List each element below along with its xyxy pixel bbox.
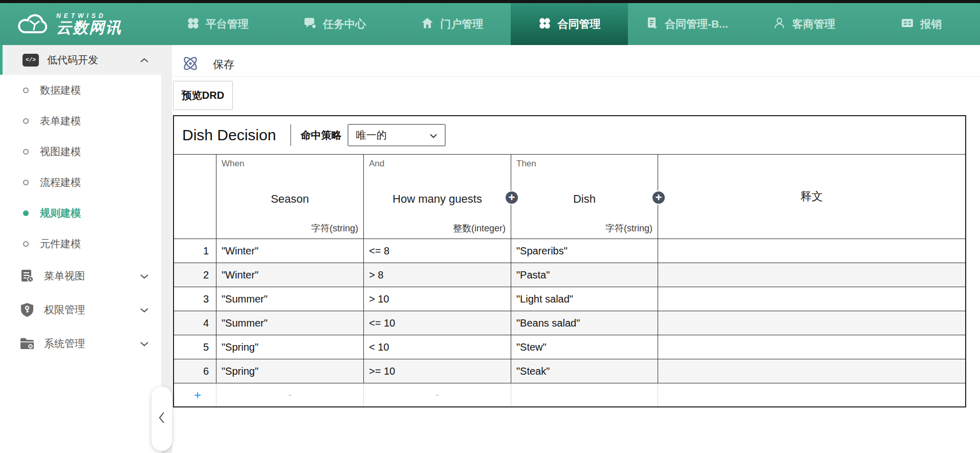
sidebar-group-menu-view[interactable]: 菜单视图: [0, 259, 161, 293]
code-icon: </>: [23, 54, 39, 67]
then-column-header[interactable]: Then Dish 字符(string) +: [511, 155, 658, 239]
guests-cell[interactable]: >= 10: [364, 359, 511, 383]
nav-item-expense[interactable]: 报销: [863, 3, 980, 45]
empty-guests-cell[interactable]: -: [364, 383, 511, 406]
decision-table-column-headers: When Season 字符(string) And How many gues…: [174, 155, 965, 239]
season-cell[interactable]: "Spring": [216, 359, 364, 383]
clover-icon: [186, 16, 200, 32]
annotation-cell[interactable]: [658, 239, 965, 263]
column-name[interactable]: Dish: [511, 192, 658, 206]
guests-cell[interactable]: <= 10: [364, 311, 511, 335]
dish-cell[interactable]: "Stew": [511, 335, 658, 359]
sidebar-group-permission[interactable]: 权限管理: [0, 293, 161, 327]
sidebar-item-data-modeling[interactable]: 数据建模: [0, 75, 161, 105]
season-cell[interactable]: "Winter": [216, 239, 364, 263]
row-number: 6: [174, 359, 216, 383]
sidebar-item-view-modeling[interactable]: 视图建模: [0, 136, 161, 167]
decision-table-title[interactable]: Dish Decision: [182, 126, 276, 144]
sidebar-item-process-modeling[interactable]: 流程建模: [0, 167, 161, 198]
task-bubble-icon: [303, 16, 317, 32]
nav-item-platform[interactable]: 平台管理: [159, 3, 276, 45]
empty-annotation-cell[interactable]: [658, 383, 965, 406]
row-number: 2: [174, 263, 216, 287]
nav-item-vendor[interactable]: 客商管理: [745, 3, 862, 45]
season-cell[interactable]: "Winter": [216, 263, 364, 287]
column-name[interactable]: Season: [216, 192, 363, 206]
empty-dish-cell[interactable]: [511, 383, 658, 406]
home-icon: [421, 16, 434, 32]
table-row: 5 "Spring" < 10 "Stew": [174, 335, 965, 359]
sidebar-item-rule-modeling-active[interactable]: 规则建模: [0, 198, 161, 228]
season-cell[interactable]: "Spring": [216, 335, 364, 359]
column-name: 释文: [658, 155, 965, 239]
dish-cell[interactable]: "Pasta": [511, 263, 658, 287]
sidebar-group-system[interactable]: 系统管理: [0, 327, 161, 360]
table-row: 2 "Winter" > 8 "Pasta": [174, 263, 965, 287]
sidebar-item-label: 元件建模: [40, 237, 81, 251]
row-number: 3: [174, 287, 216, 311]
empty-season-cell[interactable]: -: [216, 383, 364, 406]
nav-item-task-center[interactable]: 任务中心: [276, 3, 393, 45]
document-plus-icon: [645, 16, 659, 32]
expense-table-icon: [901, 16, 914, 32]
chevron-up-icon: [140, 54, 149, 66]
top-menu: 平台管理 任务中心 门户管理 合同管理 合同管理-B... 客商管理 报销: [159, 3, 980, 45]
save-button[interactable]: 保存: [213, 57, 234, 72]
annotation-cell[interactable]: [658, 263, 965, 287]
add-output-column-button[interactable]: +: [651, 190, 666, 205]
sidebar-section-lowcode[interactable]: </> 低代码开发: [0, 45, 161, 75]
nav-item-contract-b[interactable]: 合同管理-B...: [628, 3, 745, 45]
clover-icon: [538, 16, 551, 32]
preview-drd-tab[interactable]: 预览DRD: [173, 81, 233, 110]
people-icon: [773, 16, 786, 32]
sidebar-item-label: 数据建模: [40, 83, 81, 97]
when-column-header[interactable]: When Season 字符(string): [216, 155, 364, 239]
sidebar-item-label: 视图建模: [40, 145, 81, 159]
dish-cell[interactable]: "Light salad": [511, 287, 658, 311]
decision-table-header: Dish Decision 命中策略 唯一的: [174, 116, 965, 155]
main-content: 保存 预览DRD Dish Decision 命中策略 唯一的 When Sea…: [172, 45, 980, 453]
chevron-down-icon: [429, 130, 438, 141]
guests-cell[interactable]: > 8: [364, 263, 511, 287]
sidebar-item-component-modeling[interactable]: 元件建模: [0, 228, 161, 259]
add-rule-button[interactable]: +: [194, 388, 201, 402]
annotation-cell[interactable]: [658, 311, 965, 335]
nav-item-label: 合同管理-B...: [665, 17, 728, 31]
sidebar-item-label: 表单建模: [40, 114, 81, 128]
nav-item-portal[interactable]: 门户管理: [394, 3, 511, 45]
column-type: 整数(integer): [453, 222, 506, 234]
nav-item-label: 报销: [920, 17, 942, 31]
drd-orbit-icon[interactable]: [181, 54, 200, 75]
nav-item-contract-active[interactable]: 合同管理: [511, 3, 628, 45]
annotation-cell[interactable]: [658, 287, 965, 311]
guests-cell[interactable]: < 10: [364, 335, 511, 359]
dish-cell[interactable]: "Steak": [511, 359, 658, 383]
top-navigation-bar: NETWISD 云数网讯 平台管理 任务中心 门户管理 合同管理 合同管理-B.…: [0, 3, 980, 45]
bullet-icon: [23, 149, 29, 155]
season-cell[interactable]: "Summer": [216, 311, 364, 335]
chevron-down-icon: [140, 270, 149, 282]
nav-item-label: 任务中心: [323, 17, 366, 31]
and-column-header[interactable]: And How many guests 整数(integer) +: [364, 155, 511, 239]
sidebar-item-form-modeling[interactable]: 表单建模: [0, 105, 161, 136]
sidebar-collapse-handle[interactable]: [151, 386, 172, 451]
add-input-column-button[interactable]: +: [505, 190, 519, 205]
row-number: 5: [174, 335, 216, 359]
column-name[interactable]: How many guests: [364, 192, 511, 206]
annotation-cell[interactable]: [658, 335, 965, 359]
hit-policy-select[interactable]: 唯一的: [347, 124, 446, 146]
hit-policy-label: 命中策略: [300, 128, 341, 142]
table-row: 6 "Spring" >= 10 "Steak": [174, 359, 965, 383]
title-divider: [290, 124, 291, 146]
guests-cell[interactable]: <= 8: [364, 239, 511, 263]
annotation-cell[interactable]: [658, 359, 965, 383]
dish-cell[interactable]: "Beans salad": [511, 311, 658, 335]
app-logo[interactable]: NETWISD 云数网讯: [0, 3, 159, 45]
guests-cell[interactable]: > 10: [364, 287, 511, 311]
season-cell[interactable]: "Summer": [216, 287, 364, 311]
add-rule-row: + - -: [174, 383, 965, 406]
decision-table: Dish Decision 命中策略 唯一的 When Season 字符(st…: [173, 115, 966, 407]
sidebar-group-label: 权限管理: [44, 303, 85, 317]
dish-cell[interactable]: "Spareribs": [511, 239, 658, 263]
window-top-strip: [0, 0, 980, 3]
